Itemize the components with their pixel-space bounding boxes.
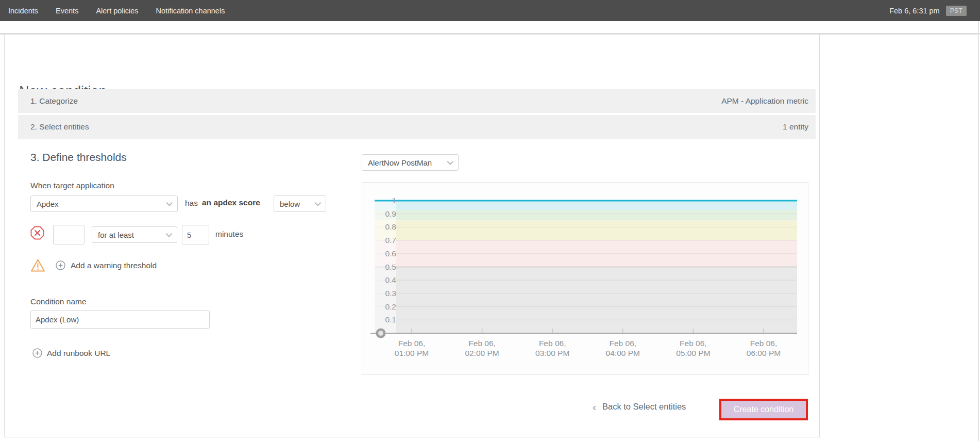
step-label: 2. Select entities xyxy=(30,122,89,132)
minutes-label: minutes xyxy=(215,230,243,239)
step-categorize[interactable]: 1. Categorize APM - Application metric xyxy=(18,89,816,113)
warning-triangle-icon xyxy=(30,258,45,274)
scrollbar-edge xyxy=(978,21,979,441)
page: Incidents Events Alert policies Notifica… xyxy=(0,0,980,441)
add-runbook-url-button[interactable]: Add runbook URL xyxy=(32,348,110,358)
has-label: has xyxy=(185,199,198,208)
svg-text:1: 1 xyxy=(392,196,396,205)
condition-name-input[interactable] xyxy=(30,311,210,329)
when-target-label: When target application xyxy=(30,181,114,190)
svg-text:Feb 06,06:00 PM: Feb 06,06:00 PM xyxy=(747,339,781,357)
target-metric-value: Apdex xyxy=(37,200,59,208)
duration-minutes-input[interactable] xyxy=(182,225,209,244)
timezone-badge[interactable]: PST xyxy=(946,6,967,16)
svg-text:Feb 06,03:00 PM: Feb 06,03:00 PM xyxy=(535,339,569,357)
svg-text:0.7: 0.7 xyxy=(385,236,396,244)
chevron-down-icon xyxy=(314,200,321,206)
svg-text:0.1: 0.1 xyxy=(385,315,396,324)
nav-menu: Incidents Events Alert policies Notifica… xyxy=(7,5,226,17)
entity-select[interactable]: AlertNow PostMan xyxy=(362,154,459,171)
condition-name-label: Condition name xyxy=(30,297,87,306)
svg-text:0.3: 0.3 xyxy=(385,289,396,298)
entity-select-value: AlertNow PostMan xyxy=(368,158,432,167)
step-value: 1 entity xyxy=(783,122,808,132)
critical-octagon-icon xyxy=(30,226,44,242)
plus-circle-icon xyxy=(56,260,65,270)
operator-select[interactable]: below xyxy=(274,195,326,212)
datetime-text: Feb 6, 6:31 pm xyxy=(889,7,940,15)
duration-operator-value: for at least xyxy=(98,231,134,239)
chart-canvas: 10.90.80.70.60.50.40.30.20.1Feb 06,01:00… xyxy=(362,183,808,374)
step-value: APM - Application metric xyxy=(721,96,808,106)
duration-operator-select[interactable]: for at least xyxy=(92,226,177,243)
svg-text:0.8: 0.8 xyxy=(385,222,396,231)
svg-text:Feb 06,01:00 PM: Feb 06,01:00 PM xyxy=(395,339,429,357)
plus-circle-icon xyxy=(32,348,42,358)
chevron-down-icon xyxy=(447,158,453,165)
back-link-label: Back to Select entities xyxy=(602,402,686,412)
svg-text:0.4: 0.4 xyxy=(385,275,396,284)
nav-item-notification-channels[interactable]: Notification channels xyxy=(155,5,226,17)
svg-text:Feb 06,05:00 PM: Feb 06,05:00 PM xyxy=(676,339,710,357)
chevron-down-icon xyxy=(166,200,173,206)
nav-item-alert-policies[interactable]: Alert policies xyxy=(95,5,139,17)
nav-item-events[interactable]: Events xyxy=(55,5,79,17)
svg-text:Feb 06,02:00 PM: Feb 06,02:00 PM xyxy=(465,339,499,357)
define-thresholds-heading: 3. Define thresholds xyxy=(30,151,127,164)
critical-threshold-input[interactable] xyxy=(53,225,85,244)
target-metric-select[interactable]: Apdex xyxy=(30,195,178,212)
svg-text:0.9: 0.9 xyxy=(385,209,396,218)
threshold-preview-chart[interactable]: 10.90.80.70.60.50.40.30.20.1Feb 06,01:00… xyxy=(362,182,808,375)
chevron-left-icon: ‹ xyxy=(593,403,596,411)
new-condition-panel: New condition ✕ Cancel 1. Categorize APM… xyxy=(4,35,820,437)
add-warning-threshold-button[interactable]: Add a warning threshold xyxy=(56,260,157,270)
nav-clock: Feb 6, 6:31 pm PST xyxy=(889,6,967,16)
svg-text:0.5: 0.5 xyxy=(385,263,396,271)
svg-text:Feb 06,04:00 PM: Feb 06,04:00 PM xyxy=(606,339,640,357)
step-select-entities[interactable]: 2. Select entities 1 entity xyxy=(18,115,816,139)
add-warning-label: Add a warning threshold xyxy=(71,261,157,270)
add-runbook-label: Add runbook URL xyxy=(47,349,110,358)
back-to-select-entities-link[interactable]: ‹ Back to Select entities xyxy=(593,402,686,412)
step-label: 1. Categorize xyxy=(30,96,78,106)
nav-item-incidents[interactable]: Incidents xyxy=(7,5,39,17)
svg-text:0.6: 0.6 xyxy=(385,249,396,258)
top-navbar: Incidents Events Alert policies Notifica… xyxy=(0,0,980,21)
chevron-down-icon xyxy=(165,231,172,237)
svg-text:0.2: 0.2 xyxy=(385,302,396,311)
apdex-score-label: an apdex score xyxy=(202,198,260,207)
operator-value: below xyxy=(280,200,300,208)
create-condition-button[interactable]: Create condition xyxy=(719,399,808,420)
